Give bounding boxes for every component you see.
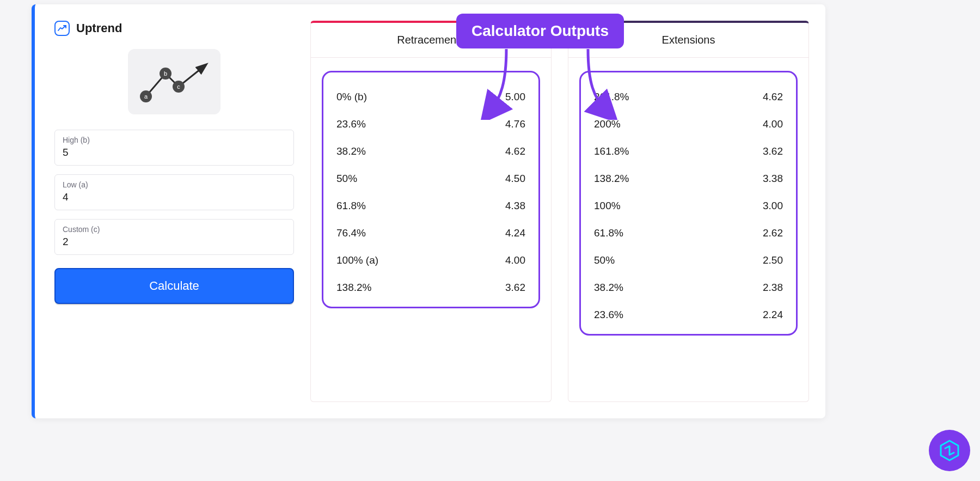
row-value: 4.38 <box>505 200 525 212</box>
data-row: 23.6%2.24 <box>591 301 786 328</box>
trend-header: Uptrend <box>54 21 294 36</box>
retracements-panel: Retracements 0% (b)5.0023.6%4.7638.2%4.6… <box>310 21 552 402</box>
calculator-card: Uptrend a b c High (b) <box>32 4 825 418</box>
svg-text:c: c <box>177 83 180 90</box>
row-value: 4.00 <box>763 118 783 130</box>
row-label: 38.2% <box>336 145 366 157</box>
uptrend-icon <box>54 21 70 36</box>
row-label: 76.4% <box>336 227 366 239</box>
row-label: 100% (a) <box>336 254 378 266</box>
row-label: 200% <box>594 118 621 130</box>
data-row: 161.8%3.62 <box>591 138 786 165</box>
row-value: 3.00 <box>763 200 783 212</box>
row-label: 138.2% <box>594 173 629 185</box>
low-input-group[interactable]: Low (a) <box>54 174 294 210</box>
high-label: High (b) <box>63 136 286 144</box>
trend-diagram: a b c <box>128 49 220 114</box>
row-label: 38.2% <box>594 282 623 294</box>
calculate-button[interactable]: Calculate <box>54 268 294 304</box>
row-label: 161.8% <box>594 145 629 157</box>
row-label: 50% <box>594 254 615 266</box>
custom-label: Custom (c) <box>63 225 286 234</box>
svg-text:a: a <box>144 93 148 100</box>
data-row: 100% (a)4.00 <box>333 247 529 274</box>
high-input-group[interactable]: High (b) <box>54 130 294 166</box>
data-row: 200%4.00 <box>591 111 786 138</box>
data-row: 138.2%3.38 <box>591 165 786 192</box>
data-row: 76.4%4.24 <box>333 220 529 247</box>
row-value: 4.62 <box>505 145 525 157</box>
row-value: 4.62 <box>763 91 783 103</box>
row-value: 3.62 <box>763 145 783 157</box>
data-row: 61.8%4.38 <box>333 192 529 220</box>
data-row: 261.8%4.62 <box>591 83 786 111</box>
extensions-panel: Extensions 261.8%4.62200%4.00161.8%3.621… <box>568 21 809 402</box>
row-label: 61.8% <box>336 200 366 212</box>
svg-text:b: b <box>164 70 167 77</box>
row-value: 2.50 <box>763 254 783 266</box>
data-row: 50%2.50 <box>591 247 786 274</box>
data-row: 38.2%4.62 <box>333 138 529 165</box>
input-panel: Uptrend a b c High (b) <box>54 21 294 402</box>
row-label: 138.2% <box>336 282 371 294</box>
row-value: 4.00 <box>505 254 525 266</box>
row-value: 2.38 <box>763 282 783 294</box>
row-value: 3.38 <box>763 173 783 185</box>
row-value: 4.24 <box>505 227 525 239</box>
extensions-highlight: 261.8%4.62200%4.00161.8%3.62138.2%3.3810… <box>579 71 798 336</box>
retracements-highlight: 0% (b)5.0023.6%4.7638.2%4.6250%4.5061.8%… <box>322 71 540 308</box>
row-label: 50% <box>336 173 357 185</box>
row-value: 4.76 <box>505 118 525 130</box>
row-label: 23.6% <box>594 309 623 321</box>
row-label: 261.8% <box>594 91 629 103</box>
row-label: 61.8% <box>594 227 623 239</box>
row-value: 2.62 <box>763 227 783 239</box>
data-row: 138.2%3.62 <box>333 274 529 301</box>
data-row: 38.2%2.38 <box>591 274 786 301</box>
data-row: 50%4.50 <box>333 165 529 192</box>
row-label: 100% <box>594 200 621 212</box>
high-input[interactable] <box>63 147 286 159</box>
low-label: Low (a) <box>63 180 286 189</box>
brand-logo-icon <box>929 430 970 471</box>
output-panels: Retracements 0% (b)5.0023.6%4.7638.2%4.6… <box>310 21 809 402</box>
custom-input-group[interactable]: Custom (c) <box>54 219 294 255</box>
custom-input[interactable] <box>63 236 286 248</box>
row-value: 4.50 <box>505 173 525 185</box>
row-value: 3.62 <box>505 282 525 294</box>
data-row: 61.8%2.62 <box>591 220 786 247</box>
trend-title: Uptrend <box>76 21 122 35</box>
callout-badge: Calculator Outputs <box>456 14 624 48</box>
row-value: 5.00 <box>505 91 525 103</box>
data-row: 23.6%4.76 <box>333 111 529 138</box>
row-label: 0% (b) <box>336 91 367 103</box>
row-value: 2.24 <box>763 309 783 321</box>
low-input[interactable] <box>63 191 286 203</box>
row-label: 23.6% <box>336 118 366 130</box>
data-row: 100%3.00 <box>591 192 786 220</box>
data-row: 0% (b)5.00 <box>333 83 529 111</box>
